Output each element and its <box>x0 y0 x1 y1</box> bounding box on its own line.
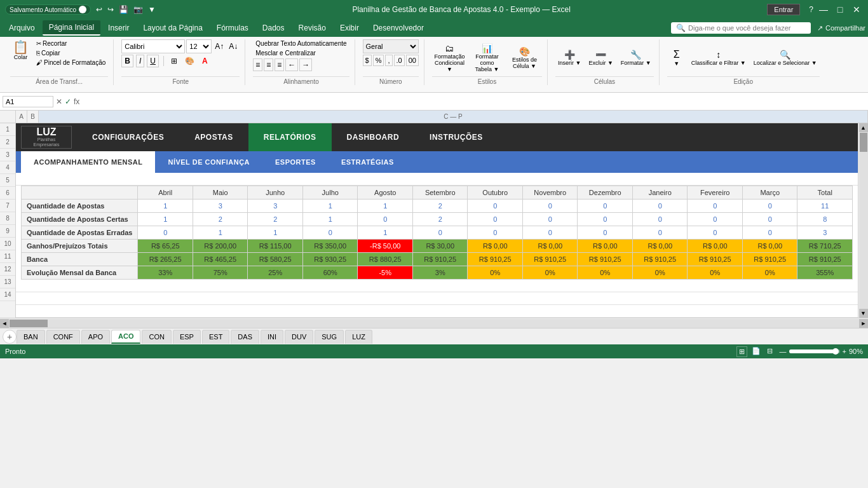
italic-button[interactable]: I <box>136 55 144 67</box>
cell-0-7[interactable]: 0 <box>522 200 578 213</box>
conditional-format-button[interactable]: 🗂 Formatação Condicional ▼ <box>432 42 467 74</box>
bold-button[interactable]: B <box>121 55 133 67</box>
cell-0-12[interactable]: 11 <box>797 200 853 213</box>
cell-1-9[interactable]: 0 <box>632 213 688 226</box>
decimal-inc-button[interactable]: .0 <box>394 55 405 66</box>
scroll-up-button[interactable]: ▲ <box>859 123 868 132</box>
sub-tab-estrategias[interactable]: ESTRATÉGIAS <box>329 151 407 173</box>
cell-3-8[interactable]: R$ 0,00 <box>578 240 633 253</box>
indent-increase-button[interactable]: → <box>299 58 312 71</box>
scroll-track[interactable] <box>859 132 868 309</box>
search-input[interactable] <box>688 24 803 32</box>
cell-2-6[interactable]: 0 <box>468 226 523 240</box>
cell-4-11[interactable]: R$ 910,25 <box>742 253 797 266</box>
cell-4-4[interactable]: R$ 880,25 <box>358 253 413 266</box>
nav-tab-dashboard[interactable]: DASHBOARD <box>332 123 415 151</box>
cell-2-8[interactable]: 0 <box>578 226 633 240</box>
cell-styles-button[interactable]: 🎨 Estilos de Célula ▼ <box>507 45 542 71</box>
menu-formulas[interactable]: Fórmulas <box>210 21 255 35</box>
scroll-thumb[interactable] <box>860 133 867 152</box>
delete-button[interactable]: ➖ Excluir ▼ <box>586 48 615 67</box>
cell-2-4[interactable]: 1 <box>358 226 413 240</box>
cell-3-12[interactable]: R$ 710,25 <box>797 240 853 253</box>
minimize-button[interactable]: — <box>817 3 830 16</box>
align-center-button[interactable]: ≡ <box>264 58 273 71</box>
cell-2-5[interactable]: 0 <box>412 226 468 240</box>
cell-1-8[interactable]: 0 <box>578 213 633 226</box>
nav-tab-instrucoes[interactable]: INSTRUÇÕES <box>414 123 498 151</box>
redo-icon[interactable]: ↪ <box>107 5 114 14</box>
increase-font-button[interactable]: A↑ <box>213 41 226 51</box>
cell-1-7[interactable]: 0 <box>522 213 578 226</box>
cell-1-4[interactable]: 0 <box>358 213 413 226</box>
cell-0-1[interactable]: 3 <box>193 200 248 213</box>
sub-tab-esportes[interactable]: ESPORTES <box>262 151 329 173</box>
cell-3-7[interactable]: R$ 0,00 <box>522 240 578 253</box>
thousands-button[interactable]: , <box>385 55 392 66</box>
h-scroll-thumb[interactable] <box>10 320 48 327</box>
layout-view-button[interactable]: 📄 <box>750 346 763 357</box>
border-button[interactable]: ⊞ <box>168 55 180 67</box>
cell-0-8[interactable]: 0 <box>578 200 633 213</box>
zoom-out-button[interactable]: — <box>780 348 787 355</box>
cell-4-8[interactable]: R$ 910,25 <box>578 253 633 266</box>
zoom-slider[interactable] <box>789 349 840 353</box>
cell-3-3[interactable]: R$ 350,00 <box>302 240 358 253</box>
add-sheet-button[interactable]: + <box>3 330 17 344</box>
cell-3-5[interactable]: R$ 30,00 <box>412 240 468 253</box>
cell-5-7[interactable]: 0% <box>522 266 578 280</box>
cell-3-2[interactable]: R$ 115,00 <box>248 240 303 253</box>
undo-icon[interactable]: ↩ <box>96 5 102 14</box>
sort-filter-button[interactable]: ↕ Classificar e Filtrar ▼ <box>689 48 749 67</box>
number-format-selector[interactable]: Geral <box>363 39 419 53</box>
indent-decrease-button[interactable]: ← <box>285 58 298 71</box>
sheet-tab-conf[interactable]: CONF <box>46 330 80 344</box>
cell-2-0[interactable]: 0 <box>138 226 193 240</box>
cell-1-11[interactable]: 0 <box>742 213 797 226</box>
align-left-button[interactable]: ≡ <box>253 58 262 71</box>
sheet-tab-aco[interactable]: ACO <box>111 330 140 344</box>
cell-2-2[interactable]: 1 <box>248 226 303 240</box>
nav-tab-relatorios[interactable]: RELATÓRIOS <box>248 123 332 151</box>
cell-4-3[interactable]: R$ 930,25 <box>302 253 358 266</box>
underline-button[interactable]: U <box>147 55 159 67</box>
menu-pagina-inicial[interactable]: Página Inicial <box>43 20 100 36</box>
cell-1-3[interactable]: 1 <box>302 213 358 226</box>
font-color-button[interactable]: A <box>200 55 210 67</box>
format-button[interactable]: 🔧 Formatar ▼ <box>618 48 654 67</box>
cell-3-6[interactable]: R$ 0,00 <box>468 240 523 253</box>
cell-1-12[interactable]: 8 <box>797 213 853 226</box>
menu-layout[interactable]: Layout da Página <box>137 21 208 35</box>
format-as-table-button[interactable]: 📊 Formatar como Tabela ▼ <box>470 42 505 74</box>
close-button[interactable]: ✕ <box>850 3 863 16</box>
cell-1-5[interactable]: 2 <box>412 213 468 226</box>
sheet-tab-apo[interactable]: APO <box>81 330 110 344</box>
h-scroll-track[interactable] <box>9 319 859 328</box>
sheet-tab-luz[interactable]: LUZ <box>345 330 372 344</box>
cell-3-10[interactable]: R$ 0,00 <box>688 240 743 253</box>
formula-input[interactable] <box>82 97 865 107</box>
cell-0-4[interactable]: 1 <box>358 200 413 213</box>
cell-4-5[interactable]: R$ 910,25 <box>412 253 468 266</box>
cell-3-4[interactable]: -R$ 50,00 <box>358 240 413 253</box>
cell-2-12[interactable]: 3 <box>797 226 853 240</box>
cell-4-2[interactable]: R$ 580,25 <box>248 253 303 266</box>
more-icon[interactable]: ▼ <box>148 5 156 14</box>
cell-0-3[interactable]: 1 <box>302 200 358 213</box>
cell-5-10[interactable]: 0% <box>688 266 743 280</box>
cell-2-7[interactable]: 0 <box>522 226 578 240</box>
cell-5-8[interactable]: 0% <box>578 266 633 280</box>
cell-4-0[interactable]: R$ 265,25 <box>138 253 193 266</box>
scroll-down-button[interactable]: ▼ <box>859 309 868 318</box>
cell-2-11[interactable]: 0 <box>742 226 797 240</box>
font-size-selector[interactable]: 12 <box>186 39 212 53</box>
menu-arquivo[interactable]: Arquivo <box>3 21 41 35</box>
cell-5-9[interactable]: 0% <box>632 266 688 280</box>
cell-5-5[interactable]: 3% <box>412 266 468 280</box>
menu-dados[interactable]: Dados <box>256 21 291 35</box>
cell-0-11[interactable]: 0 <box>742 200 797 213</box>
cell-4-10[interactable]: R$ 910,25 <box>688 253 743 266</box>
percent-button[interactable]: % <box>373 55 384 66</box>
cut-button[interactable]: ✂Recortar <box>34 39 108 48</box>
cell-5-4[interactable]: -5% <box>358 266 413 280</box>
